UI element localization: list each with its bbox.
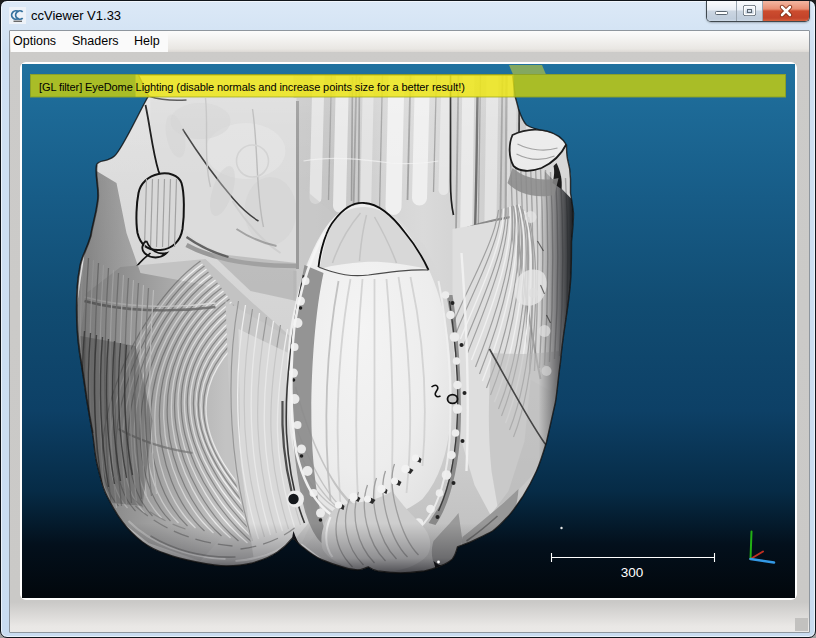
- svg-text:300: 300: [621, 565, 644, 580]
- svg-text:[GL filter] EyeDome Lighting (: [GL filter] EyeDome Lighting (disable no…: [39, 81, 465, 93]
